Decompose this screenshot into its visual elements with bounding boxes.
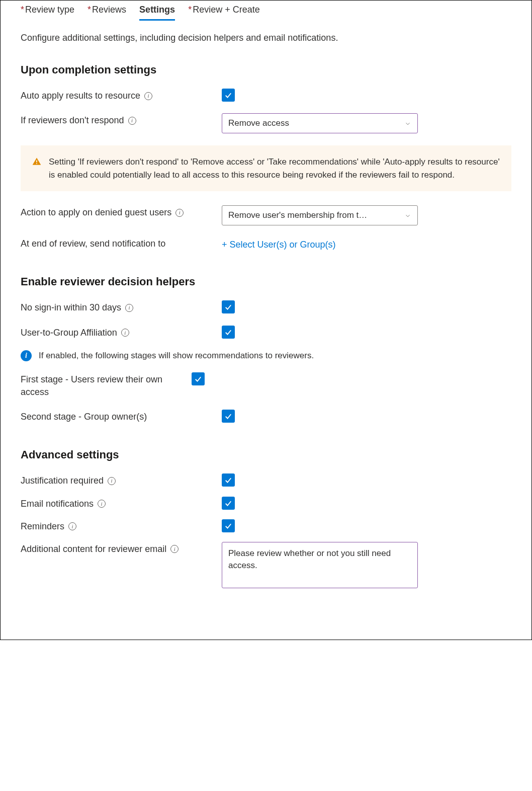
- no-signin-label: No sign-in within 30 days: [21, 301, 121, 314]
- info-panel: i If enabled, the following stages will …: [21, 350, 511, 361]
- info-icon[interactable]: i: [108, 477, 116, 485]
- select-value: Remove user's membership from t…: [228, 210, 367, 220]
- stage2-label: Second stage - Group owner(s): [21, 411, 147, 423]
- info-icon[interactable]: i: [144, 92, 152, 100]
- required-asterisk: *: [188, 5, 192, 15]
- denied-guest-label: Action to apply on denied guest users: [21, 206, 171, 219]
- info-icon[interactable]: i: [128, 117, 136, 125]
- wizard-tabs: *Review type *Reviews Settings *Review +…: [21, 1, 511, 21]
- info-icon[interactable]: i: [125, 304, 133, 312]
- auto-apply-checkbox[interactable]: [222, 89, 235, 102]
- justification-label: Justification required: [21, 474, 104, 487]
- additional-content-textarea[interactable]: [222, 542, 418, 588]
- notify-label: At end of review, send notification to: [21, 238, 165, 250]
- denied-guest-select[interactable]: Remove user's membership from t…: [222, 205, 418, 225]
- tab-review-type[interactable]: *Review type: [21, 3, 74, 21]
- no-respond-label: If reviewers don't respond: [21, 114, 124, 127]
- warning-panel: Setting 'If reviewers don't respond' to …: [21, 145, 511, 191]
- warning-text: Setting 'If reviewers don't respond' to …: [49, 155, 500, 181]
- required-asterisk: *: [87, 5, 91, 15]
- affiliation-label: User-to-Group Affiliation: [21, 327, 117, 339]
- section-heading-advanced: Advanced settings: [21, 448, 511, 461]
- intro-text: Configure additional settings, including…: [21, 33, 511, 43]
- info-text: If enabled, the following stages will sh…: [39, 351, 314, 361]
- warning-icon: [32, 156, 42, 167]
- no-respond-select[interactable]: Remove access: [222, 113, 418, 133]
- additional-content-label: Additional content for reviewer email: [21, 543, 166, 556]
- info-icon[interactable]: i: [170, 545, 179, 553]
- svg-rect-0: [36, 161, 37, 163]
- info-circle-icon: i: [21, 350, 32, 361]
- info-icon[interactable]: i: [68, 522, 76, 530]
- section-heading-completion: Upon completion settings: [21, 63, 511, 76]
- email-notifications-checkbox[interactable]: [222, 497, 235, 510]
- tab-settings[interactable]: Settings: [139, 3, 175, 21]
- svg-rect-1: [36, 164, 37, 165]
- affiliation-checkbox[interactable]: [222, 326, 235, 339]
- tab-reviews[interactable]: *Reviews: [87, 3, 126, 21]
- chevron-down-icon: [404, 120, 411, 127]
- info-icon[interactable]: i: [98, 500, 106, 508]
- stage1-checkbox[interactable]: [192, 372, 205, 385]
- stage2-checkbox[interactable]: [222, 410, 235, 423]
- info-icon[interactable]: i: [175, 209, 184, 217]
- select-value: Remove access: [228, 118, 289, 128]
- section-heading-helpers: Enable reviewer decision helpers: [21, 275, 511, 288]
- reminders-label: Reminders: [21, 520, 64, 533]
- stage1-label: First stage - Users review their own acc…: [21, 373, 192, 399]
- auto-apply-label: Auto apply results to resource: [21, 90, 140, 102]
- email-notifications-label: Email notifications: [21, 498, 94, 510]
- select-users-link[interactable]: + Select User(s) or Group(s): [222, 236, 336, 250]
- justification-checkbox[interactable]: [222, 473, 235, 487]
- tab-review-create[interactable]: *Review + Create: [188, 3, 260, 21]
- info-icon[interactable]: i: [121, 329, 129, 337]
- no-signin-checkbox[interactable]: [222, 300, 235, 313]
- reminders-checkbox[interactable]: [222, 519, 235, 532]
- chevron-down-icon: [404, 212, 411, 219]
- required-asterisk: *: [21, 5, 24, 15]
